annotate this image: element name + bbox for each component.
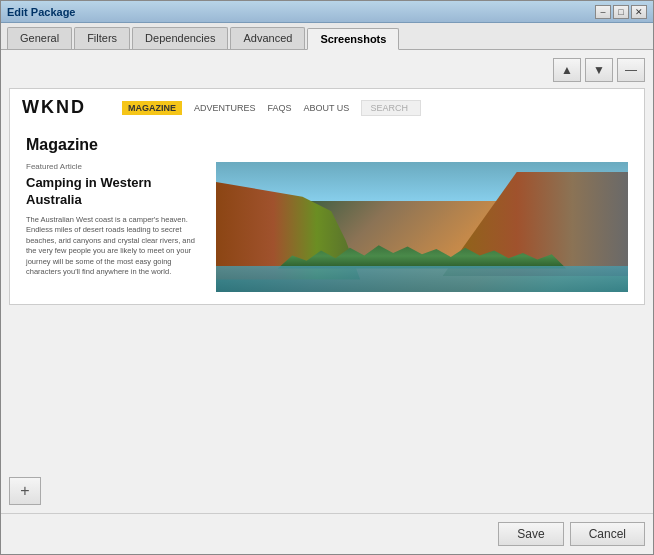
window-controls: – □ ✕: [595, 5, 647, 19]
minimize-button[interactable]: –: [595, 5, 611, 19]
move-down-button[interactable]: ▼: [585, 58, 613, 82]
screenshot-item[interactable]: WKND MAGAZINE ADVENTURES FAQS ABOUT US S…: [9, 88, 645, 305]
water-layer: [216, 266, 628, 292]
up-icon: ▲: [561, 63, 573, 77]
remove-button[interactable]: —: [617, 58, 645, 82]
preview-nav: WKND MAGAZINE ADVENTURES FAQS ABOUT US S…: [10, 89, 644, 126]
down-icon: ▼: [593, 63, 605, 77]
tab-dependencies[interactable]: Dependencies: [132, 27, 228, 49]
preview-article-body: The Australian West coast is a camper's …: [26, 215, 206, 278]
content-area: ▲ ▼ — WKND MAGAZINE: [1, 50, 653, 513]
screenshots-list: WKND MAGAZINE ADVENTURES FAQS ABOUT US S…: [9, 88, 645, 471]
preview-featured-label: Featured Article: [26, 162, 206, 171]
preview-landscape-image: [216, 162, 628, 292]
remove-icon: —: [625, 63, 637, 77]
add-screenshot-button[interactable]: +: [9, 477, 41, 505]
nav-link-adventures: ADVENTURES: [194, 103, 256, 113]
preview-hero-title: Magazine: [26, 136, 628, 154]
preview-content: Featured Article Camping in Western Aust…: [10, 162, 644, 304]
preview-logo: WKND: [22, 97, 86, 118]
tab-advanced[interactable]: Advanced: [230, 27, 305, 49]
nav-link-faqs: FAQS: [268, 103, 292, 113]
preview-text-block: Featured Article Camping in Western Aust…: [26, 162, 206, 292]
move-up-button[interactable]: ▲: [553, 58, 581, 82]
nav-link-about: ABOUT US: [304, 103, 350, 113]
tab-filters[interactable]: Filters: [74, 27, 130, 49]
preview-frame: WKND MAGAZINE ADVENTURES FAQS ABOUT US S…: [10, 89, 644, 304]
screenshots-container: ▲ ▼ — WKND MAGAZINE: [9, 58, 645, 505]
save-button[interactable]: Save: [498, 522, 563, 546]
preview-article-title: Camping in Western Australia: [26, 175, 206, 209]
close-button[interactable]: ✕: [631, 5, 647, 19]
window-title: Edit Package: [7, 6, 75, 18]
tab-screenshots[interactable]: Screenshots: [307, 28, 399, 50]
maximize-button[interactable]: □: [613, 5, 629, 19]
edit-package-window: Edit Package – □ ✕ General Filters Depen…: [0, 0, 654, 555]
tab-general[interactable]: General: [7, 27, 72, 49]
nav-search: SEARCH: [361, 100, 421, 116]
screenshot-controls: ▲ ▼ —: [9, 58, 645, 82]
tabs-bar: General Filters Dependencies Advanced Sc…: [1, 23, 653, 50]
preview-hero: Magazine: [10, 126, 644, 154]
preview-nav-links: MAGAZINE ADVENTURES FAQS ABOUT US SEARCH: [122, 100, 421, 116]
nav-active-link: MAGAZINE: [122, 101, 182, 115]
title-bar: Edit Package – □ ✕: [1, 1, 653, 23]
add-icon: +: [20, 482, 29, 500]
cancel-button[interactable]: Cancel: [570, 522, 645, 546]
footer: Save Cancel: [1, 513, 653, 554]
